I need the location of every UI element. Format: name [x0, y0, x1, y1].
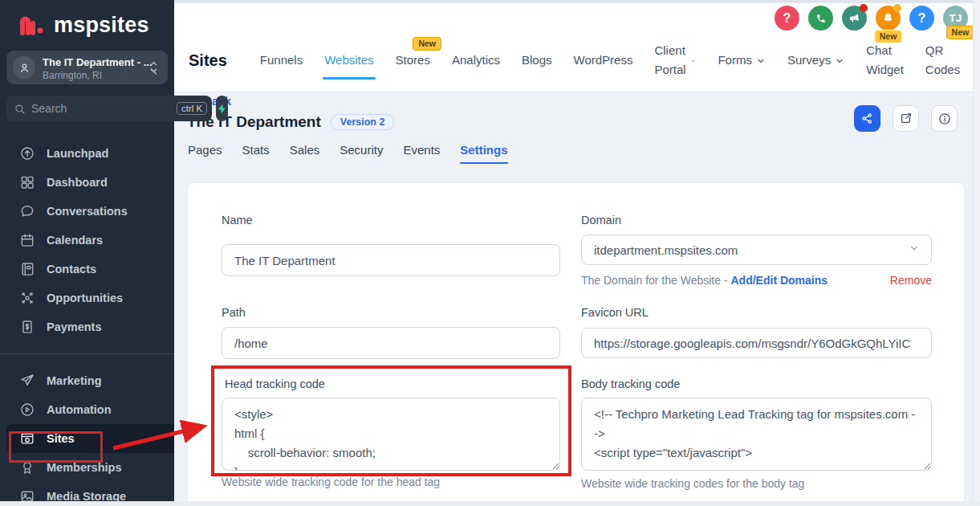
launchpad-icon — [19, 145, 35, 161]
body-tracking-label: Body tracking code — [581, 377, 680, 390]
sidebar-item-label: Memberships — [47, 461, 121, 474]
notification-dot — [893, 4, 901, 12]
name-input[interactable] — [222, 244, 560, 276]
memberships-icon — [19, 459, 35, 475]
settings-card: Name Domain The Domain for the Website -… — [187, 182, 965, 506]
topnav-label: Client Portal — [654, 41, 687, 80]
head-tracking-textarea[interactable]: <style> html { scroll-behavior: smooth; … — [222, 398, 560, 471]
sidebar-item-automation[interactable]: Automation — [0, 395, 174, 424]
sidebar-item-label: Launchpad — [47, 147, 108, 160]
sidebar-item-label: Contacts — [47, 263, 96, 275]
sidebar: mspsites The IT Department - ... Barring… — [0, 0, 174, 506]
name-label: Name — [222, 214, 253, 226]
topnav-funnels[interactable]: Funnels — [260, 51, 303, 70]
megaphone-icon — [847, 10, 862, 26]
topnav-label: Funnels — [260, 51, 303, 70]
topnav-forms[interactable]: Forms — [718, 51, 766, 70]
sidebar-item-sites[interactable]: Sites — [6, 424, 174, 453]
payments-icon — [19, 319, 35, 335]
sidebar-item-launchpad[interactable]: Launchpad — [0, 139, 174, 168]
sidebar-item-payments[interactable]: Payments — [0, 312, 174, 341]
calendar-icon — [19, 232, 35, 248]
contacts-book-icon — [19, 261, 35, 277]
chevron-updown-icon — [148, 60, 160, 75]
topnav-label: QR Codes — [925, 41, 960, 80]
sidebar-item-calendars[interactable]: Calendars — [0, 226, 174, 255]
chevron-down-icon — [691, 56, 696, 66]
help-button[interactable]: ? — [775, 6, 799, 31]
topnav-client-portal[interactable]: Client Portal — [654, 41, 696, 80]
version-badge: Version 2 — [331, 114, 395, 130]
topnav-blogs[interactable]: Blogs — [522, 51, 552, 70]
preview-button[interactable] — [893, 105, 919, 132]
tab-security[interactable]: Security — [340, 143, 383, 164]
domain-select[interactable] — [581, 235, 932, 265]
topnav-chat-widget[interactable]: Chat Widget — [866, 41, 904, 80]
topnav-analytics[interactable]: Analytics — [452, 51, 500, 70]
automation-icon — [19, 402, 35, 418]
sidebar-item-memberships[interactable]: Memberships — [0, 453, 174, 482]
brand-logo: mspsites — [0, 0, 174, 38]
topnav-label: Stores — [396, 51, 430, 70]
topnav-stores[interactable]: NewStores — [396, 51, 430, 70]
phone-button[interactable] — [808, 6, 833, 31]
tab-events[interactable]: Events — [403, 143, 440, 164]
sites-icon — [19, 431, 35, 447]
lightning-icon — [216, 103, 228, 115]
sidebar-item-dashboard[interactable]: Dashboard — [0, 168, 174, 197]
topnav-surveys[interactable]: Surveys — [787, 51, 844, 70]
head-tracking-label: Head tracking code — [225, 377, 325, 390]
search-input[interactable] — [31, 102, 177, 115]
top-edge-strip — [174, 0, 980, 3]
body-tracking-textarea[interactable]: <!-- Techpro Marketing Lead Tracking tag… — [581, 398, 932, 471]
account-switcher[interactable]: The IT Department - ... Barrington, RI — [6, 51, 168, 84]
topnav-websites[interactable]: Websites — [324, 51, 373, 70]
remove-domain-link[interactable]: Remove — [890, 274, 932, 287]
topnav-label: Analytics — [452, 51, 500, 70]
add-edit-domains-link[interactable]: Add/Edit Domains — [731, 274, 828, 287]
notifications-button[interactable] — [876, 6, 901, 31]
share-button[interactable] — [854, 105, 880, 132]
sidebar-item-marketing[interactable]: Marketing — [0, 366, 174, 395]
new-badge: New — [946, 26, 975, 39]
info-button[interactable] — [931, 105, 958, 132]
domain-label: Domain — [581, 214, 621, 226]
support-button[interactable]: ? — [909, 6, 934, 31]
favicon-url-label: Favicon URL — [581, 306, 649, 319]
tab-stats[interactable]: Stats — [242, 143, 270, 164]
topnav-label: Websites — [324, 51, 373, 70]
page-section-title: Sites — [189, 51, 227, 70]
horizontal-scrollbar[interactable] — [0, 501, 980, 506]
topnav-label: Chat Widget — [866, 41, 904, 80]
top-header: ? New ? TJ Sites Funnels Websites NewSto… — [174, 0, 980, 92]
sidebar-item-label: Dashboard — [47, 176, 108, 189]
sidebar-item-conversations[interactable]: Conversations — [0, 197, 174, 226]
sidebar-item-contacts[interactable]: Contacts — [0, 255, 174, 284]
question-mark-icon: ? — [783, 11, 791, 26]
topnav-wordpress[interactable]: WordPress — [574, 51, 633, 70]
header-icon-row: ? New ? TJ — [775, 6, 968, 31]
tab-settings[interactable]: Settings — [460, 143, 507, 164]
new-badge: New — [413, 37, 441, 51]
topnav-label: Forms — [718, 51, 752, 70]
account-location: Barrington, RI — [43, 70, 148, 81]
search-shortcut-badge: ctrl K — [177, 102, 207, 115]
external-link-icon — [899, 112, 913, 125]
favicon-url-input[interactable] — [581, 328, 932, 358]
path-input[interactable] — [222, 327, 560, 359]
path-label: Path — [222, 306, 246, 319]
tab-pages[interactable]: Pages — [188, 143, 222, 164]
mspsites-logo-icon — [19, 14, 47, 38]
sidebar-item-label: Sites — [47, 432, 75, 445]
account-avatar-icon — [13, 56, 35, 79]
sidebar-item-label: Automation — [47, 403, 112, 416]
vertical-scrollbar[interactable] — [973, 0, 980, 501]
announcements-button[interactable] — [842, 6, 867, 31]
tab-sales[interactable]: Sales — [290, 143, 320, 164]
topnav-qr-codes[interactable]: NewQR Codes — [925, 41, 960, 80]
quick-actions-button[interactable] — [216, 96, 228, 121]
chevron-down-icon — [835, 56, 844, 66]
search-input-wrap[interactable]: ctrl K — [6, 96, 212, 121]
sidebar-item-opportunities[interactable]: Opportunities — [0, 284, 174, 312]
sidebar-item-label: Opportunities — [47, 292, 123, 304]
